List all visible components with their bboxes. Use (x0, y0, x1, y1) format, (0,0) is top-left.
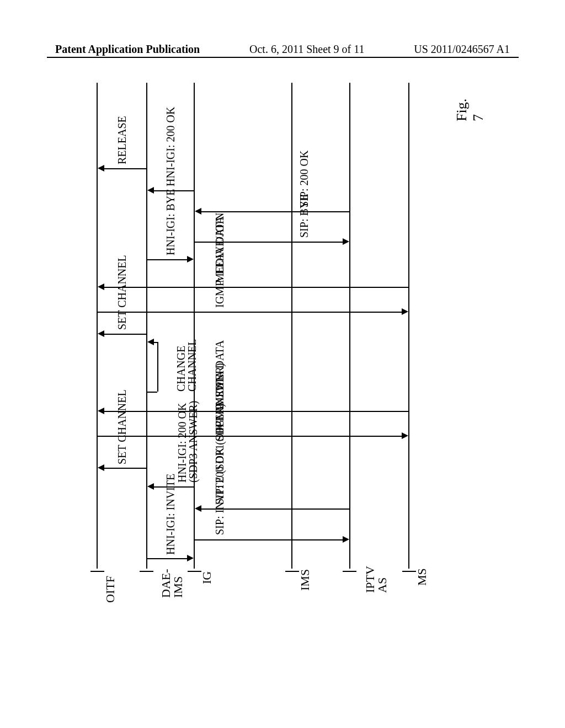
msg-m16: RELEASE (116, 116, 129, 164)
msg-m9: SET CHANNEL (116, 255, 129, 330)
arrow-m9-head (98, 330, 104, 337)
msg-m11: MEDIA DATA (214, 216, 226, 283)
lifeline-ims (291, 83, 292, 569)
arrow-m12-line (147, 259, 188, 260)
actor-ms: MS (415, 568, 429, 586)
header-center: Oct. 6, 2011 Sheet 9 of 11 (249, 43, 365, 56)
arrow-m5-line (103, 468, 146, 469)
actor-dae-ims-underline (140, 571, 153, 572)
arrow-m4-head (147, 483, 154, 490)
arrow-m5-head (98, 464, 104, 471)
arrow-m7-head (98, 408, 104, 414)
arrow-m6-head (402, 432, 408, 439)
arrow-m1-line (147, 558, 188, 559)
sequence-diagram: OITF DAE- IMS IG IMS IPTV AS MS HNI-IGI:… (77, 83, 475, 612)
actor-ig: IG (200, 571, 214, 584)
arrow-m1-head (187, 555, 194, 561)
arrow-m2-head (343, 536, 349, 543)
arrow-m16-line (103, 168, 146, 169)
figure-label: Fig. 7 (454, 99, 487, 121)
msg-m15: HNI-IGI: 200 OK (164, 107, 177, 186)
actor-iptv-as: IPTV AS (364, 566, 388, 593)
arrow-m15-head (147, 187, 154, 194)
msg-m7: MEDIA DATA (214, 340, 226, 407)
arrow-m7-line (103, 411, 408, 412)
arrow-m3-head (195, 505, 201, 512)
msg-m5: SET CHANNEL (116, 389, 129, 464)
actor-ims-underline (285, 571, 299, 572)
msg-m8: CHANGE CHANNEL (175, 339, 198, 392)
header-right: US 2011/0246567 A1 (414, 43, 510, 56)
arrow-m8a (147, 392, 157, 393)
lifeline-oitf (97, 83, 98, 569)
header-divider (47, 57, 519, 58)
actor-iptv-as-underline (343, 571, 356, 572)
arrow-m11-line (103, 287, 408, 288)
arrow-m3-line (200, 508, 349, 510)
actor-ms-underline (402, 571, 416, 572)
actor-ig-underline (188, 571, 201, 572)
arrow-m13-line (195, 242, 343, 243)
actor-oitf: OITF (103, 576, 118, 603)
lifeline-iptv-as (349, 83, 350, 569)
arrow-m8b (157, 342, 158, 392)
arrow-m4-line (153, 486, 194, 488)
arrow-m9-line (103, 334, 146, 335)
arrow-m6-line (98, 436, 402, 437)
msg-m4: HNI-IGI: 200 OK (SDP3 ANSWER) (177, 401, 199, 483)
arrow-m12-head (187, 256, 194, 263)
arrow-m13-head (343, 238, 349, 245)
lifeline-ms (408, 83, 409, 569)
actor-dae-ims: DAE- IMS (160, 569, 184, 598)
arrow-m10-line (98, 312, 402, 313)
arrow-m8-head (147, 339, 154, 345)
msg-m1: HNI-IGI: INVITE (164, 474, 177, 555)
actor-oitf-underline (90, 571, 104, 572)
arrow-m2-line (195, 539, 343, 540)
lifeline-dae-ims (146, 83, 147, 569)
arrow-m11-head (98, 283, 104, 290)
arrow-m16-head (98, 165, 104, 172)
msg-m12: HNI-IGI: BYE (164, 189, 177, 255)
actor-ims: IMS (298, 569, 312, 591)
arrow-m15-line (153, 190, 194, 191)
arrow-m14-head (195, 208, 201, 215)
header-left: Patent Application Publication (55, 43, 200, 56)
arrow-m10-head (402, 308, 408, 315)
msg-m14: SIP: 200 OK (298, 151, 311, 207)
arrow-m14-line (200, 211, 349, 212)
lifeline-ig (194, 83, 195, 569)
